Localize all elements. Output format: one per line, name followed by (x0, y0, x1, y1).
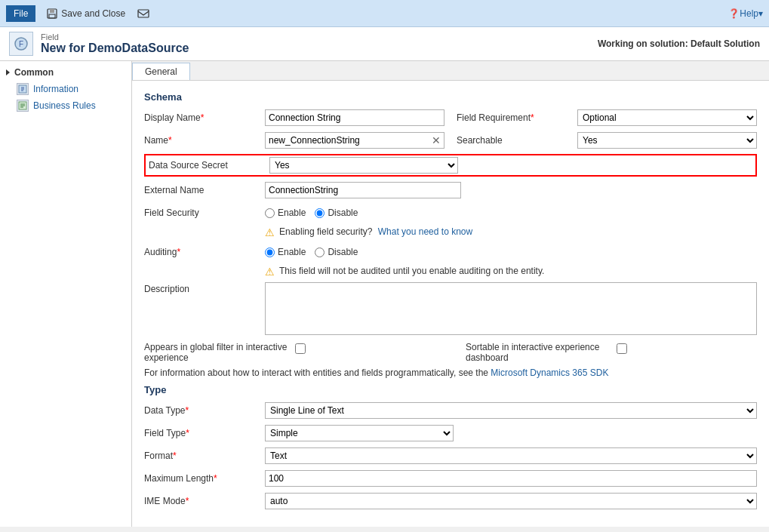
display-name-input[interactable] (265, 109, 444, 126)
header-text-group: Field New for DemoDataSource (41, 32, 189, 55)
data-source-secret-label: Data Source Secret (149, 160, 269, 171)
sdk-link[interactable]: Microsoft Dynamics 365 SDK (491, 367, 608, 378)
save-and-close-button[interactable]: Save and Close (42, 6, 130, 21)
searchable-select[interactable]: Yes No (577, 132, 757, 149)
description-textarea[interactable] (265, 282, 757, 335)
file-button[interactable]: File (6, 5, 35, 22)
global-filter-row: Appears in global filter in interactive … (144, 342, 757, 363)
sidebar-item-business-rules[interactable]: Business Rules (0, 97, 131, 114)
sidebar-common-section[interactable]: Common (0, 64, 131, 81)
save-close-label: Save and Close (61, 8, 125, 19)
form-content: Schema Display Name* (132, 81, 769, 522)
collapse-icon (6, 69, 10, 75)
field-type-label: Field (41, 32, 189, 42)
sidebar-section-label: Common (14, 67, 54, 78)
field-security-disable-label: Disable (328, 208, 358, 218)
auditing-disable-label: Disable (328, 247, 358, 257)
tab-bar: General (132, 61, 769, 81)
external-name-label: External Name (144, 185, 265, 195)
sortable-label: Sortable in interactive experience dashb… (466, 342, 617, 363)
extra-toolbar-btn[interactable] (133, 6, 157, 21)
display-name-row: Display Name* Field Requirement* (144, 109, 757, 131)
ime-mode-label: IME Mode* (144, 496, 265, 506)
auditing-enable-option[interactable]: Enable (265, 247, 306, 257)
field-icon: F (9, 32, 33, 56)
field-requirement-label: Field Requirement* (457, 112, 577, 123)
external-name-input[interactable] (265, 182, 461, 198)
ime-mode-row: IME Mode* auto active inactive disabled (144, 492, 757, 510)
auditing-warning-text: This field will not be audited until you… (279, 266, 544, 276)
description-label: Description (144, 282, 265, 294)
sidebar-business-rules-label: Business Rules (33, 100, 96, 111)
warning-security-text: Enabling field security? (279, 226, 372, 237)
field-type-select[interactable]: Simple Calculated Rollup (265, 425, 454, 441)
field-type-label: Field Type* (144, 428, 265, 438)
external-name-row: External Name (144, 181, 757, 199)
page-title: New for DemoDataSource (41, 42, 189, 55)
data-source-secret-row: Data Source Secret Yes No (144, 154, 757, 177)
data-type-row: Data Type* Single Line of Text Multiple … (144, 401, 757, 420)
help-icon: ❓ (728, 8, 740, 19)
auditing-disable-radio[interactable] (315, 248, 325, 257)
sidebar: Common Information Business Rules (0, 61, 132, 527)
auditing-warning-icon: ⚠ (265, 266, 275, 278)
content-area: General Schema Display Name* (132, 61, 769, 527)
max-length-label: Maximum Length* (144, 473, 265, 484)
data-type-select[interactable]: Single Line of Text Multiple Lines of Te… (265, 402, 757, 419)
svg-text:F: F (19, 40, 23, 48)
sortable-checkbox[interactable] (617, 343, 627, 354)
sdk-info-text: For information about how to interact wi… (144, 367, 488, 378)
field-type-row: Field Type* Simple Calculated Rollup (144, 424, 757, 442)
searchable-label: Searchable (457, 135, 577, 146)
svg-rect-2 (49, 14, 55, 18)
name-input-wrapper: ✕ (265, 132, 444, 149)
field-security-enable-label: Enable (278, 208, 306, 218)
display-name-label: Display Name* (144, 112, 265, 123)
field-security-row: Field Security Enable Disable (144, 204, 757, 222)
max-length-row: Maximum Length* (144, 469, 757, 487)
name-row: Name* ✕ Searchable (144, 131, 757, 154)
save-close-icon (46, 8, 58, 20)
business-rules-icon (17, 100, 29, 112)
help-dropdown-icon: ▾ (758, 8, 763, 19)
name-label: Name* (144, 135, 265, 146)
field-security-enable-radio[interactable] (265, 208, 275, 218)
warning-triangle-icon: ⚠ (265, 226, 275, 238)
help-button[interactable]: ❓ Help ▾ (728, 8, 763, 19)
data-type-label: Data Type* (144, 405, 265, 416)
svg-rect-1 (50, 9, 54, 13)
extra-icon (137, 8, 149, 20)
information-icon (17, 83, 29, 95)
name-clear-button[interactable]: ✕ (429, 134, 444, 146)
svg-rect-3 (138, 10, 149, 17)
field-requirement-select[interactable]: Optional Required Recommended (577, 109, 757, 126)
max-length-input[interactable] (265, 470, 757, 487)
auditing-enable-radio[interactable] (265, 248, 275, 257)
field-security-disable-option[interactable]: Disable (315, 208, 358, 218)
page-header: F Field New for DemoDataSource Working o… (0, 27, 769, 61)
global-filter-checkbox[interactable] (295, 343, 306, 354)
auditing-warning: ⚠ This field will not be audited until y… (144, 266, 757, 278)
sidebar-information-label: Information (33, 84, 78, 94)
help-label: Help (740, 8, 758, 19)
name-input[interactable] (266, 133, 429, 148)
data-source-secret-select[interactable]: Yes No (269, 157, 458, 174)
field-security-label: Field Security (144, 208, 265, 218)
format-label: Format* (144, 451, 265, 461)
field-security-warning: ⚠ Enabling field security? What you need… (144, 226, 757, 238)
auditing-enable-label: Enable (278, 247, 306, 257)
sidebar-item-information[interactable]: Information (0, 81, 131, 97)
ime-mode-select[interactable]: auto active inactive disabled (265, 493, 757, 509)
solution-text: Working on solution: Default Solution (598, 38, 760, 49)
toolbar: File Save and Close ❓ Help ▾ (0, 0, 769, 27)
type-section-title: Type (144, 384, 757, 395)
tab-general[interactable]: General (132, 63, 190, 80)
field-security-link[interactable]: What you need to know (378, 226, 472, 237)
format-select[interactable]: Text Email URL Ticker Symbol Phone (265, 447, 757, 464)
main-layout: Common Information Business Rules Genera… (0, 61, 769, 527)
field-security-disable-radio[interactable] (315, 208, 325, 218)
auditing-row: Auditing* Enable Disable (144, 243, 757, 261)
auditing-label: Auditing* (144, 247, 265, 257)
auditing-disable-option[interactable]: Disable (315, 247, 358, 257)
field-security-enable-option[interactable]: Enable (265, 208, 306, 218)
